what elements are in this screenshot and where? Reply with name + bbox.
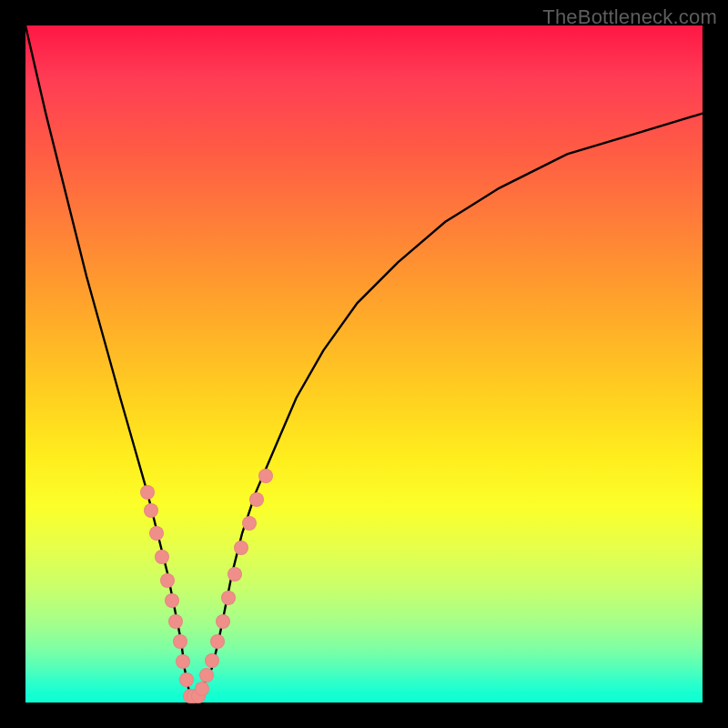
highlight-dot — [242, 516, 257, 531]
chart-stage: TheBottleneck.com — [0, 0, 728, 728]
highlight-dot — [228, 567, 242, 581]
highlight-dot — [168, 614, 183, 629]
highlight-dot — [173, 634, 187, 649]
plot-area — [25, 25, 703, 703]
highlight-dot — [165, 593, 179, 608]
highlight-dot — [210, 634, 225, 649]
highlight-dot — [205, 653, 219, 668]
highlight-dot — [221, 591, 236, 605]
watermark-text: TheBottleneck.com — [542, 5, 717, 29]
v-curve-line — [25, 25, 703, 703]
highlight-dot — [258, 469, 273, 483]
highlight-dot — [216, 614, 230, 629]
